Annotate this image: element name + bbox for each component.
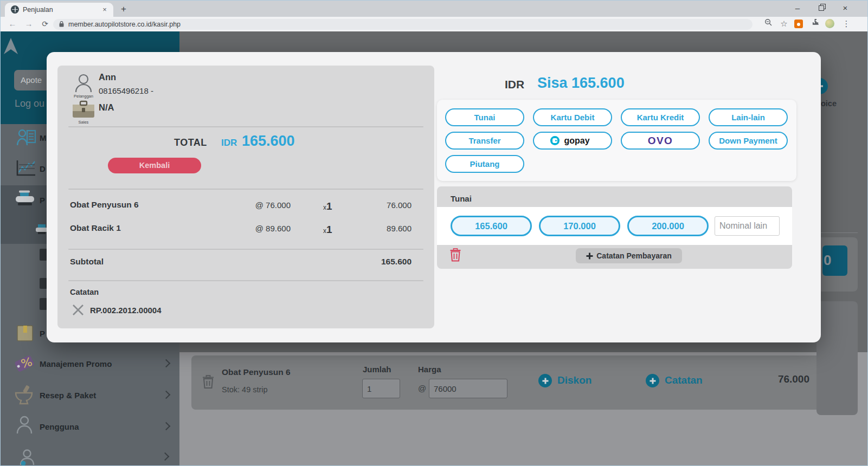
sidebar-item-resep-paket[interactable]: Resep & Paket [14,384,173,406]
menu-dots-icon[interactable]: ⋮ [840,17,853,30]
payment-modal: Pelanggan Ann 08165496218 - Sales N/A TO… [47,52,821,342]
payment-method-kartu-debit[interactable]: Kartu Debit [533,108,612,126]
window-restore-button[interactable] [812,1,831,16]
payment-method-transfer[interactable]: Transfer [445,132,524,150]
customer-phone: 08165496218 - [99,86,153,95]
payment-method-lain-lain[interactable]: Lain-lain [709,108,788,126]
sidebar-item-label: Pengguna [40,422,79,431]
file-icon[interactable] [40,298,47,310]
bookmark-star-icon[interactable]: ☆ [777,17,790,30]
side-card [816,301,858,415]
divider [815,232,858,233]
gopay-icon [550,136,560,145]
trash-icon[interactable] [202,375,214,389]
payment-method-kartu-kredit[interactable]: Kartu Kredit [621,108,700,126]
sidebar-item-label: P [40,196,45,205]
tunai-section-card: Tunai 165.600 170.000 200.000 Catatan Pe… [437,186,792,269]
extensions-puzzle-icon[interactable] [809,17,822,30]
chart-icon [16,159,36,177]
gopay-label: gopay [564,136,589,145]
restore-icon [819,5,824,11]
amount-option-200000[interactable]: 200.000 [627,216,709,236]
catatan-button[interactable]: Catatan [646,373,732,389]
payment-method-piutang[interactable]: Piutang [445,155,524,173]
line-item-qty: x1 [323,200,332,212]
chevron-right-icon [162,391,171,399]
chevron-right-icon [162,422,171,431]
catatan-pembayaran-label: Catatan Pembayaran [596,251,672,260]
reload-icon[interactable]: ⟳ [38,17,52,30]
payment-method-down-payment[interactable]: Down Payment [709,132,788,150]
total-label: TOTAL [174,137,207,148]
profile-avatar[interactable] [825,19,834,28]
promo-tag-icon [12,353,36,374]
tab-title: Penjualan [23,6,53,14]
total-amount: 165.600 [242,133,295,150]
catatan-section-label: Catatan [70,288,99,296]
file-icon[interactable] [40,249,47,261]
subtotal-label: Subtotal [70,257,104,267]
divider [68,126,423,127]
remove-note-x-icon[interactable] [72,304,84,316]
app-window: Penjualan × + – × ← → ⟳ member.autopilot… [0,0,868,466]
browser-tab[interactable]: Penjualan × [5,3,113,17]
package-icon [17,324,33,341]
mortar-pestle-icon [14,384,36,405]
harga-input[interactable] [429,379,507,398]
product-stock: Stok: 49 strip [222,385,268,394]
remove-payment-trash-icon[interactable] [450,248,461,262]
product-name: Obat Penyusun 6 [222,367,291,377]
payment-methods-card: Tunai Kartu Debit Kartu Kredit Lain-lain… [437,100,796,181]
line-item-price: @ 76.000 [209,200,291,210]
plus-icon [646,374,659,387]
sidebar-item-manajemen-promo[interactable]: Manajemen Promo [12,353,173,374]
chevron-right-icon [161,452,170,461]
catatan-pembayaran-button[interactable]: Catatan Pembayaran [576,248,682,263]
cash-register-icon [15,190,37,209]
new-tab-button[interactable]: + [117,3,131,16]
payment-method-tunai[interactable]: Tunai [445,108,524,126]
nominal-lain-input[interactable] [715,216,780,236]
tab-close-icon[interactable]: × [100,5,109,14]
amount-option-170000[interactable]: 170.000 [539,216,620,236]
kembali-button[interactable]: Kembali [108,158,201,173]
pay-button-partial[interactable]: 0 [822,245,847,276]
harga-label: Harga [418,365,441,374]
payment-method-gopay[interactable]: gopay [533,132,612,150]
logout-link[interactable]: Log ou [15,98,44,109]
sales-icon [72,100,95,119]
divider [68,189,423,190]
sidebar-item-label: M [40,133,47,143]
window-minimize-button[interactable]: – [788,1,807,16]
at-sign: @ [418,384,426,393]
divider [68,249,423,250]
address-bar[interactable]: member.autopilotstore.co.id/kasir.php [53,19,753,30]
catatan-note-value: RP.002.2012.00004 [90,306,162,315]
line-item-name: Obat Racik 1 [70,223,121,233]
zoom-icon[interactable] [762,17,775,30]
extension-bag-icon[interactable] [794,20,803,28]
back-icon[interactable]: ← [6,17,19,30]
sidebar-item-pengguna[interactable]: Pengguna [16,416,173,437]
sidebar-item-7[interactable] [20,449,173,466]
customer-name: Ann [99,72,116,82]
customer-search-icon [20,449,35,465]
payment-method-ovo[interactable]: OVO [621,132,700,150]
cart-item-row: Obat Penyusun 6 Stok: 49 strip Jumlah Ha… [191,355,845,410]
pencil-icon[interactable] [40,278,47,289]
order-summary-panel: Pelanggan Ann 08165496218 - Sales N/A TO… [57,66,434,328]
diskon-button[interactable]: Diskon [538,373,620,389]
sales-value: N/A [99,102,114,113]
amount-option-exact[interactable]: 165.600 [451,216,532,236]
sidebar-item-label: Manajemen Promo [40,359,112,368]
forward-icon[interactable]: → [22,17,35,30]
line-item-qty: x1 [323,224,332,236]
window-close-button[interactable]: × [835,1,855,16]
subtotal-value: 165.600 [352,257,412,267]
jumlah-input[interactable] [362,379,400,398]
line-item-name: Obat Penyusun 6 [70,200,139,210]
member-receipt-icon [17,128,37,146]
row-total: 76.000 [755,373,809,385]
sidebar-item-label: P [40,329,45,338]
favicon-globe-icon [11,5,19,14]
